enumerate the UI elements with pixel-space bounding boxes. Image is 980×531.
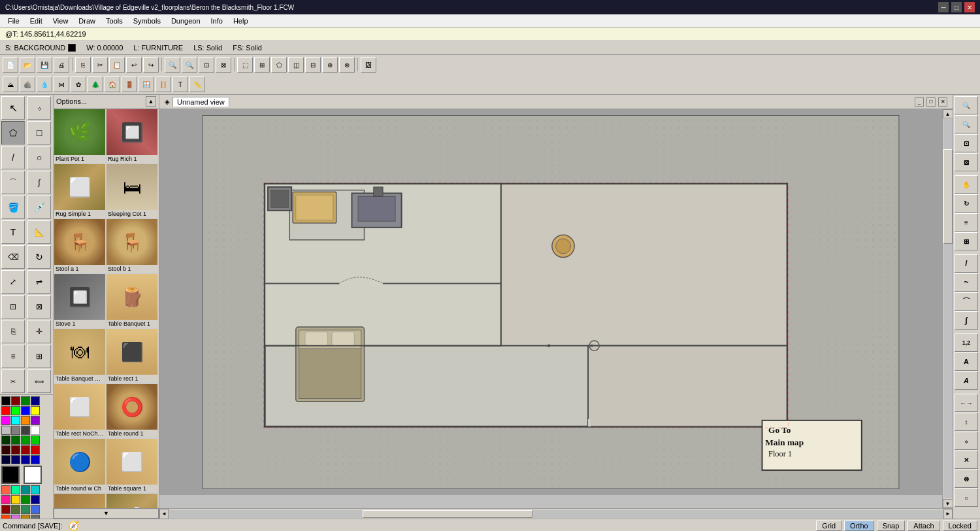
color-swatch[interactable] bbox=[11, 436, 20, 445]
vertical-scrollbar[interactable]: ▲ ▼ bbox=[942, 109, 953, 508]
node-r-button[interactable]: ⬦ bbox=[955, 432, 978, 450]
color-swatch[interactable] bbox=[31, 436, 40, 445]
color-swatch[interactable] bbox=[31, 416, 40, 425]
scroll-left-button[interactable]: ◄ bbox=[159, 509, 169, 519]
attach-button[interactable]: Attach bbox=[907, 521, 939, 531]
hatch-button[interactable]: ⋈ bbox=[54, 77, 69, 92]
menu-item-help[interactable]: Help bbox=[228, 16, 253, 26]
symbol-item-stove_1[interactable]: 🔲Stove 1 bbox=[54, 273, 106, 328]
symbol-item-table_round_chairs[interactable]: 🔵Table round w Ch bbox=[54, 438, 106, 493]
sym2-button[interactable]: ⊞ bbox=[254, 57, 270, 73]
arc-r-button[interactable]: ⌒ bbox=[955, 292, 978, 311]
sym3-button[interactable]: ⬠ bbox=[271, 57, 287, 73]
select-tool[interactable]: ↖ bbox=[1, 96, 25, 120]
symbol-item-table_banquet_w[interactable]: 🍽Table Banquet w C bbox=[54, 328, 106, 383]
text-style-button[interactable]: A bbox=[955, 371, 978, 390]
draw-circle-tool[interactable]: ○ bbox=[27, 146, 51, 169]
color-swatch[interactable] bbox=[1, 515, 10, 519]
text-tool[interactable]: T bbox=[1, 220, 25, 244]
move-tool[interactable]: ✛ bbox=[27, 320, 51, 343]
mirror-tool[interactable]: ⇌ bbox=[27, 270, 51, 294]
menu-item-info[interactable]: Info bbox=[206, 16, 228, 26]
undo-button[interactable]: ↩ bbox=[126, 57, 142, 73]
paste-button[interactable]: 📋 bbox=[109, 57, 125, 73]
water-button[interactable]: 💧 bbox=[37, 77, 52, 92]
menu-item-view[interactable]: View bbox=[48, 16, 74, 26]
sym5-button[interactable]: ⊟ bbox=[305, 57, 321, 73]
symbol-item-stool_a_1[interactable]: 🪑Stool a 1 bbox=[54, 218, 106, 273]
menu-item-draw[interactable]: Draw bbox=[73, 16, 101, 26]
maximize-button[interactable]: □ bbox=[951, 2, 962, 12]
color-swatch[interactable] bbox=[21, 396, 30, 405]
symbols-list[interactable]: 🌿Plant Pot 1🔲Rug Rich 1⬜Rug Simple 1🛏Sle… bbox=[54, 109, 159, 508]
save-button[interactable]: 💾 bbox=[37, 57, 52, 73]
symbol-item-rug_rich_1[interactable]: 🔲Rug Rich 1 bbox=[106, 109, 158, 163]
sym6-button[interactable]: ⊕ bbox=[322, 57, 338, 73]
symbols-scroll-down[interactable]: ▼ bbox=[54, 508, 159, 519]
zoom-in-r-button[interactable]: 🔍 bbox=[955, 96, 978, 114]
draw-rect-tool[interactable]: □ bbox=[27, 121, 51, 145]
locked-button[interactable]: Locked bbox=[943, 521, 977, 531]
grid-button[interactable]: Grid bbox=[816, 521, 841, 531]
dim-v-button[interactable]: ↕ bbox=[955, 413, 978, 431]
menu-item-edit[interactable]: Edit bbox=[25, 16, 48, 26]
scroll-down-button[interactable]: ▼ bbox=[943, 499, 953, 508]
minimize-button[interactable]: ─ bbox=[938, 2, 949, 12]
snap-button[interactable]: Snap bbox=[877, 521, 906, 531]
menu-item-dungeon[interactable]: Dungeon bbox=[166, 16, 206, 26]
tab-minimize[interactable]: _ bbox=[915, 97, 924, 107]
erase-tool[interactable]: ⌫ bbox=[1, 245, 25, 269]
sym4-button[interactable]: ◫ bbox=[288, 57, 304, 73]
stair-button[interactable]: 🪜 bbox=[155, 77, 171, 92]
symbol-item-table_rect_1[interactable]: ⬛Table rect 1 bbox=[106, 328, 158, 383]
color-swatch[interactable] bbox=[1, 455, 10, 464]
copy-button[interactable]: ⎘ bbox=[75, 57, 91, 73]
color-swatch[interactable] bbox=[21, 495, 30, 504]
extend-tool[interactable]: ⟺ bbox=[27, 369, 51, 393]
scroll-right-button[interactable]: ► bbox=[943, 509, 953, 519]
pan-button[interactable]: ✋ bbox=[955, 175, 978, 194]
symbol-item-plant_pot_1[interactable]: 🌿Plant Pot 1 bbox=[54, 109, 106, 163]
sym1-button[interactable]: ⬚ bbox=[237, 57, 253, 73]
vscroll-track[interactable] bbox=[943, 119, 953, 498]
copy-place-tool[interactable]: ⎘ bbox=[1, 320, 25, 343]
zoom-out-button[interactable]: 🔍 bbox=[182, 57, 197, 73]
close-button[interactable]: ✕ bbox=[964, 2, 975, 12]
terrain-button[interactable]: ⛰ bbox=[3, 77, 18, 92]
color-swatch[interactable] bbox=[21, 445, 30, 454]
text-r-button[interactable]: A bbox=[955, 352, 978, 371]
color-swatch[interactable] bbox=[31, 455, 40, 464]
dim-h-button[interactable]: ←→ bbox=[955, 394, 978, 412]
vscroll-thumb[interactable] bbox=[943, 149, 953, 244]
color-swatch[interactable] bbox=[21, 505, 30, 514]
color-swatch[interactable] bbox=[21, 406, 30, 415]
color-swatch[interactable] bbox=[1, 505, 10, 514]
canvas-viewport[interactable]: Go To Main map Floor 1 bbox=[159, 109, 942, 495]
color-swatch[interactable] bbox=[11, 515, 20, 519]
open-button[interactable]: 📂 bbox=[20, 57, 35, 73]
draw-polygon-tool[interactable]: ⬠ bbox=[1, 121, 25, 145]
zoom-sel-button[interactable]: ⊠ bbox=[955, 153, 978, 171]
text-button[interactable]: T bbox=[172, 77, 188, 92]
hscroll-track[interactable] bbox=[169, 510, 943, 518]
symbols-scroll-up[interactable]: ▲ bbox=[146, 96, 156, 107]
symbol-item-table_square_1[interactable]: ⬜Table square 1 bbox=[106, 438, 158, 493]
color-swatch[interactable] bbox=[11, 485, 20, 494]
trim-tool[interactable]: ✂ bbox=[1, 369, 25, 393]
color-swatch[interactable] bbox=[1, 406, 10, 415]
menu-item-file[interactable]: File bbox=[3, 16, 25, 26]
color-swatch[interactable] bbox=[21, 436, 30, 445]
print-button[interactable]: 🖨 bbox=[54, 57, 69, 73]
group-tool[interactable]: ⊡ bbox=[1, 295, 25, 318]
view-tab-label[interactable]: Unnamed view bbox=[172, 97, 229, 107]
color-swatch[interactable] bbox=[31, 445, 40, 454]
zoom-out-r-button[interactable]: 🔍 bbox=[955, 115, 978, 133]
color-swatch[interactable] bbox=[11, 505, 20, 514]
props-button[interactable]: ≡ bbox=[955, 213, 978, 231]
color-swatch[interactable] bbox=[31, 505, 40, 514]
redo-button[interactable]: ↪ bbox=[143, 57, 159, 73]
symbol-item-table_rect_nochairs[interactable]: ⬜Table rect NoChair bbox=[54, 383, 106, 438]
door-button[interactable]: 🚪 bbox=[122, 77, 137, 92]
symbol-item-table_round_1[interactable]: ⭕Table round 1 bbox=[106, 383, 158, 438]
eyedropper-tool[interactable]: 💉 bbox=[27, 196, 51, 219]
